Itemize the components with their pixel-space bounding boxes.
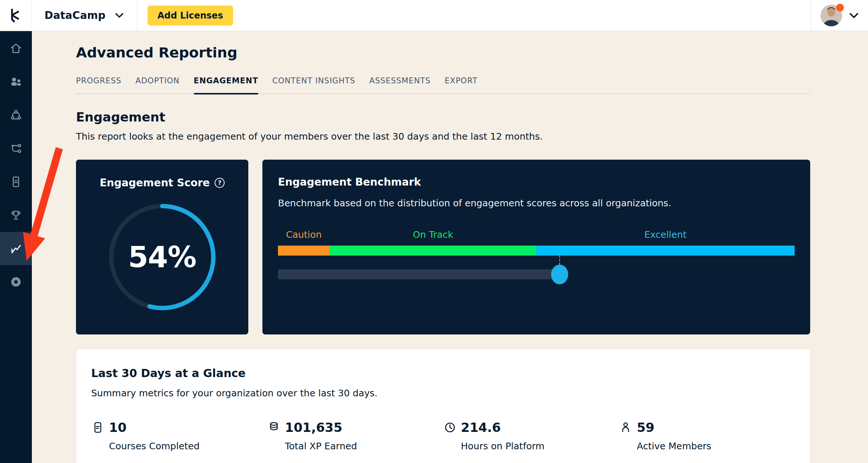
user-menu[interactable] (811, 0, 868, 31)
groups-icon (9, 109, 23, 122)
benchmark-marker (551, 264, 568, 284)
section-description: This report looks at the engagement of y… (76, 131, 810, 142)
metric-courses-completed: 10 Courses Completed (91, 420, 267, 452)
tab-content-insights[interactable]: CONTENT INSIGHTS (272, 76, 355, 93)
tab-export[interactable]: EXPORT (445, 76, 478, 93)
benchmark-zone-label: On Track (413, 229, 453, 240)
benchmark-description: Benchmark based on the distribution of e… (278, 198, 795, 209)
metric-label: Total XP Earned (285, 441, 443, 452)
top-header: DataCamp Add Licenses (0, 0, 868, 31)
chevron-down-icon[interactable] (849, 13, 858, 18)
section-heading: Engagement (76, 110, 810, 124)
metric-total-xp: 101,635 Total XP Earned (267, 420, 443, 452)
add-licenses-button[interactable]: Add Licenses (148, 6, 233, 26)
tab-progress[interactable]: PROGRESS (76, 76, 122, 93)
datacamp-logo[interactable] (0, 0, 32, 31)
datacamp-logo-icon (7, 7, 24, 24)
avatar[interactable] (821, 5, 842, 26)
tab-engagement[interactable]: ENGAGEMENT (194, 76, 258, 93)
gear-icon (9, 275, 23, 289)
benchmark-visualization: Caution On Track Excellent (278, 229, 795, 279)
metric-value: 214.6 (461, 420, 501, 435)
sidebar-item-home[interactable] (0, 32, 32, 65)
glance-description: Summary metrics for your organization ov… (91, 388, 795, 399)
clock-icon (443, 421, 457, 434)
tab-bar: PROGRESS ADOPTION ENGAGEMENT CONTENT INS… (76, 76, 810, 94)
last-30-days-card: Last 30 Days at a Glance Summary metrics… (76, 349, 810, 463)
benchmark-bar (278, 246, 795, 256)
report-icon (9, 175, 23, 189)
benchmark-title: Engagement Benchmark (278, 176, 795, 188)
chevron-down-icon (115, 13, 123, 18)
sidebar-item-custom-tracks[interactable] (0, 132, 32, 165)
benchmark-zone (536, 246, 795, 256)
metric-value: 10 (109, 420, 126, 435)
tracks-icon (9, 142, 23, 155)
metric-label: Courses Completed (109, 441, 267, 452)
courses-icon (91, 421, 105, 434)
sidebar-item-members[interactable] (0, 65, 32, 99)
benchmark-zone-label: Excellent (644, 229, 686, 240)
metric-active-members: 59 Active Members (619, 420, 795, 452)
sidebar-item-awards[interactable] (0, 199, 32, 232)
sidebar-item-groups[interactable] (0, 99, 32, 132)
engagement-benchmark-card: Engagement Benchmark Benchmark based on … (262, 160, 810, 334)
sidebar-item-advanced-reporting[interactable] (0, 232, 32, 265)
engagement-score-title: Engagement Score (100, 177, 210, 189)
page-title: Advanced Reporting (76, 44, 810, 61)
engagement-score-card: Engagement Score ? 54% (76, 160, 248, 334)
members-icon (9, 75, 23, 89)
help-icon[interactable]: ? (215, 178, 225, 188)
notification-dot (836, 4, 844, 11)
engagement-score-ring: 54% (105, 199, 220, 315)
org-name: DataCamp (44, 9, 106, 21)
main-content: Advanced Reporting PROGRESS ADOPTION ENG… (32, 31, 868, 463)
line-chart-icon (9, 242, 23, 255)
metric-label: Hours on Platform (461, 441, 619, 452)
metric-hours-on-platform: 214.6 Hours on Platform (443, 420, 619, 452)
metric-value: 101,635 (285, 420, 342, 435)
sidebar-nav (0, 31, 32, 463)
engagement-score-value: 54% (105, 199, 220, 315)
metric-label: Active Members (637, 441, 795, 452)
org-switcher-dropdown[interactable]: DataCamp (32, 0, 137, 31)
tab-adoption[interactable]: ADOPTION (136, 76, 180, 93)
benchmark-zone (329, 246, 536, 256)
metric-value: 59 (637, 420, 654, 435)
tab-assessments[interactable]: ASSESSMENTS (370, 76, 431, 93)
benchmark-zone-label: Caution (286, 229, 322, 240)
person-icon (619, 421, 632, 434)
benchmark-score-fill (278, 269, 560, 279)
home-icon (9, 42, 23, 55)
xp-icon (267, 421, 281, 434)
sidebar-item-settings[interactable] (0, 265, 32, 299)
sidebar-item-reports[interactable] (0, 165, 32, 199)
benchmark-connector (559, 256, 560, 265)
glance-title: Last 30 Days at a Glance (91, 367, 795, 380)
benchmark-zone (278, 246, 329, 256)
trophy-icon (9, 209, 23, 222)
